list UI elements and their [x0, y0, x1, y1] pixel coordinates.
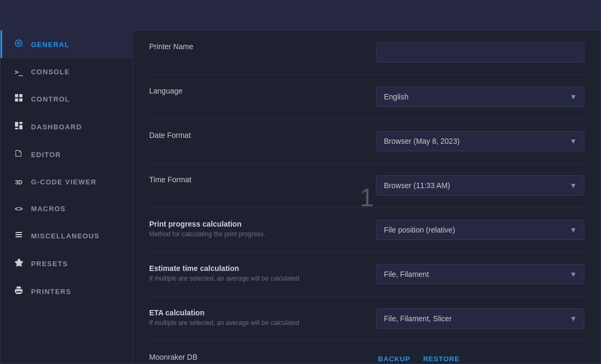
setting-label-area-estimate-time: Estimate time calculationIf multiple are…: [149, 264, 365, 282]
svg-rect-8: [16, 232, 22, 233]
setting-control-print-progress: File position (relative)File position (a…: [376, 220, 584, 240]
select-wrapper-print-progress: File position (relative)File position (a…: [376, 220, 584, 240]
sidebar-item-gcode-viewer[interactable]: 3D G-CODE VIEWER: [1, 168, 133, 195]
setting-control-date-format: Browser (May 8, 2023)MM/DD/YYYYDD/MM/YYY…: [376, 131, 584, 151]
svg-rect-9: [16, 234, 22, 235]
sidebar-item-macros[interactable]: <> MACROS: [1, 195, 133, 222]
setting-label-area-moonraker-db: Moonraker DB: [149, 353, 365, 361]
select-date-format[interactable]: Browser (May 8, 2023)MM/DD/YYYYDD/MM/YYY…: [376, 131, 584, 151]
modal-header: [1, 1, 600, 30]
setting-sublabel-estimate-time: If multiple are selected, an average wil…: [149, 275, 365, 282]
select-wrapper-time-format: Browser (11:33 AM)24-hour12-hour▼: [376, 175, 584, 196]
svg-rect-5: [19, 122, 22, 124]
svg-rect-0: [15, 94, 18, 97]
gcode-viewer-icon: 3D: [13, 177, 25, 187]
sidebar: GENERAL >_ CONSOLE CONTROL DASHBOARD EDI…: [1, 30, 133, 363]
setting-label-moonraker-db: Moonraker DB: [149, 353, 365, 361]
sidebar-item-label-control: CONTROL: [31, 95, 70, 103]
select-time-format[interactable]: Browser (11:33 AM)24-hour12-hour: [376, 175, 584, 196]
moonraker-db-controls: BACKUPRESTORE: [376, 353, 584, 363]
sidebar-item-console[interactable]: >_ CONSOLE: [1, 58, 133, 85]
select-print-progress[interactable]: File position (relative)File position (a…: [376, 220, 584, 240]
interface-settings-modal: GENERAL >_ CONSOLE CONTROL DASHBOARD EDI…: [0, 0, 601, 364]
close-button[interactable]: [581, 13, 590, 18]
modal-body: GENERAL >_ CONSOLE CONTROL DASHBOARD EDI…: [1, 30, 600, 363]
sidebar-item-label-presets: PRESETS: [31, 260, 68, 268]
setting-sublabel-print-progress: Method for calculating the print progres…: [149, 230, 365, 238]
sidebar-item-printers[interactable]: PRINTERS: [1, 277, 133, 305]
setting-control-moonraker-db: BACKUPRESTORE: [376, 353, 584, 363]
setting-label-area-print-progress: Print progress calculationMethod for cal…: [149, 220, 365, 238]
general-icon: [13, 39, 25, 50]
setting-control-printer-name: [376, 42, 584, 63]
backup-button[interactable]: BACKUP: [376, 353, 412, 363]
setting-label-area-date-format: Date Format: [149, 131, 365, 140]
setting-label-print-progress: Print progress calculation: [149, 220, 365, 228]
select-wrapper-language: EnglishGermanFrenchSpanish▼: [376, 87, 584, 107]
sidebar-item-general[interactable]: GENERAL: [1, 30, 133, 58]
editor-icon: [13, 149, 25, 160]
sidebar-item-editor[interactable]: EDITOR: [1, 141, 133, 168]
svg-rect-3: [19, 98, 22, 102]
setting-sublabel-eta-calculation: If multiple are selected, an average wil…: [149, 319, 365, 327]
setting-label-date-format: Date Format: [149, 131, 365, 140]
svg-rect-1: [19, 94, 22, 97]
setting-control-estimate-time: File, FilamentFileFilamentSlicer▼: [376, 264, 584, 284]
sidebar-item-label-miscellaneous: MISCELLANEOUS: [31, 232, 99, 240]
sidebar-item-dashboard[interactable]: DASHBOARD: [1, 113, 133, 141]
sidebar-item-miscellaneous[interactable]: MISCELLANEOUS: [1, 222, 133, 250]
sidebar-item-presets[interactable]: PRESETS: [1, 250, 133, 277]
setting-control-language: EnglishGermanFrenchSpanish▼: [376, 87, 584, 107]
setting-label-area-language: Language: [149, 87, 365, 95]
setting-row-print-progress: Print progress calculationMethod for cal…: [149, 208, 584, 252]
setting-label-area-printer-name: Printer Name: [149, 42, 365, 51]
svg-rect-4: [15, 122, 18, 127]
setting-label-language: Language: [149, 87, 365, 95]
setting-row-language: LanguageEnglishGermanFrenchSpanish▼: [149, 75, 584, 119]
sidebar-item-control[interactable]: CONTROL: [1, 85, 133, 113]
setting-control-time-format: Browser (11:33 AM)24-hour12-hour▼: [376, 175, 584, 196]
select-wrapper-estimate-time: File, FilamentFileFilamentSlicer▼: [376, 264, 584, 284]
select-language[interactable]: EnglishGermanFrenchSpanish: [376, 87, 584, 107]
select-estimate-time[interactable]: File, FilamentFileFilamentSlicer: [376, 264, 584, 284]
select-wrapper-eta-calculation: File, Filament, SlicerFileFilamentSlicer…: [376, 308, 584, 329]
sidebar-item-label-editor: EDITOR: [31, 151, 61, 159]
sidebar-item-label-dashboard: DASHBOARD: [31, 123, 82, 131]
sidebar-item-label-general: GENERAL: [31, 41, 70, 49]
setting-row-moonraker-db: Moonraker DBBACKUPRESTORE: [149, 341, 584, 363]
svg-rect-2: [15, 98, 18, 102]
setting-row-date-format: Date FormatBrowser (May 8, 2023)MM/DD/YY…: [149, 119, 584, 164]
presets-icon: [13, 258, 25, 269]
setting-row-eta-calculation: ETA calculationIf multiple are selected,…: [149, 297, 584, 341]
miscellaneous-icon: [13, 230, 25, 241]
svg-rect-6: [19, 125, 22, 129]
text-input-printer-name[interactable]: [376, 42, 584, 63]
sidebar-item-label-macros: MACROS: [31, 205, 66, 213]
setting-label-area-eta-calculation: ETA calculationIf multiple are selected,…: [149, 308, 365, 327]
printers-icon: [13, 286, 25, 297]
dashboard-icon: [13, 121, 25, 132]
svg-rect-7: [15, 128, 18, 129]
setting-row-estimate-time: Estimate time calculationIf multiple are…: [149, 252, 584, 297]
setting-label-estimate-time: Estimate time calculation: [149, 264, 365, 273]
setting-label-time-format: Time Format: [149, 175, 365, 184]
macros-icon: <>: [13, 204, 25, 213]
restore-button[interactable]: RESTORE: [421, 353, 461, 363]
control-icon: [13, 94, 25, 104]
setting-label-area-time-format: Time Format: [149, 175, 365, 184]
sidebar-item-label-gcode-viewer: G-CODE VIEWER: [31, 178, 97, 186]
setting-control-eta-calculation: File, Filament, SlicerFileFilamentSlicer…: [376, 308, 584, 329]
sidebar-item-label-console: CONSOLE: [31, 68, 70, 76]
settings-content: 1Printer NameLanguageEnglishGermanFrench…: [133, 30, 600, 363]
select-eta-calculation[interactable]: File, Filament, SlicerFileFilamentSlicer: [376, 308, 584, 329]
setting-row-printer-name: Printer Name: [149, 30, 584, 75]
svg-rect-10: [16, 236, 22, 237]
setting-label-printer-name: Printer Name: [149, 42, 365, 51]
select-wrapper-date-format: Browser (May 8, 2023)MM/DD/YYYYDD/MM/YYY…: [376, 131, 584, 151]
sidebar-item-label-printers: PRINTERS: [31, 288, 71, 296]
setting-row-time-format: Time FormatBrowser (11:33 AM)24-hour12-h…: [149, 164, 584, 208]
console-icon: >_: [13, 67, 25, 76]
setting-label-eta-calculation: ETA calculation: [149, 308, 365, 317]
